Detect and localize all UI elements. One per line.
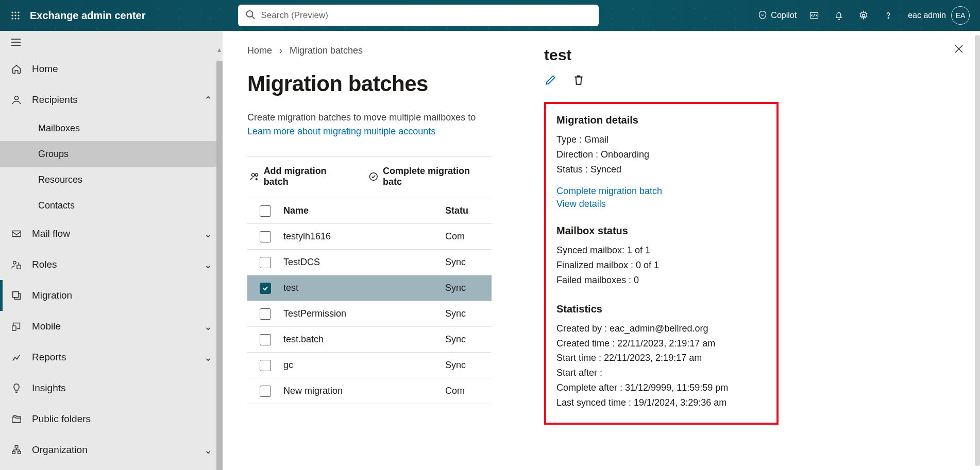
- notifications-icon[interactable]: [827, 4, 850, 27]
- sidebar-item-mail-flow[interactable]: Mail flow⌄: [0, 218, 223, 249]
- learn-more-link[interactable]: Learn more about migrating multiple acco…: [247, 126, 435, 136]
- home-icon: [10, 63, 23, 75]
- user-menu[interactable]: eac admin EA: [902, 6, 974, 25]
- sidebar-item-public-folders[interactable]: Public folders: [0, 404, 223, 434]
- sidebar-subitem-mailboxes[interactable]: Mailboxes: [0, 115, 223, 141]
- svg-point-26: [251, 173, 255, 177]
- stat-last-synced: Last synced time : 19/1/2024, 3:29:36 am: [556, 395, 766, 410]
- main: Home › Migration batches Migration batch…: [223, 31, 516, 470]
- search-wrap: [238, 5, 599, 26]
- sidebar-toggle[interactable]: [0, 31, 223, 54]
- row-status: Com: [445, 386, 492, 396]
- migration-status: Status : Synced: [556, 162, 766, 177]
- sidebar-item-recipients[interactable]: Recipients⌃: [0, 84, 223, 115]
- app-launcher-icon[interactable]: [6, 6, 25, 25]
- row-checkbox[interactable]: [260, 386, 271, 397]
- settings-icon[interactable]: [852, 4, 875, 27]
- sidebar-item-organization[interactable]: Organization⌄: [0, 434, 223, 465]
- help-icon[interactable]: [877, 4, 900, 27]
- row-checkbox[interactable]: [260, 231, 271, 242]
- sidebar-item-mobile[interactable]: Mobile⌄: [0, 311, 223, 342]
- add-button-label: Add migration batch: [264, 166, 352, 187]
- select-all-checkbox[interactable]: [260, 205, 271, 217]
- sidebar: ▴ HomeRecipients⌃MailboxesGroupsResource…: [0, 31, 223, 470]
- sidebar-item-migration[interactable]: Migration: [0, 280, 223, 311]
- breadcrumb: Home › Migration batches: [247, 45, 492, 56]
- chevron-down-icon: ⌄: [204, 321, 212, 333]
- row-status: Sync: [445, 360, 492, 371]
- migration-table: Name Statu testylh1616ComTestDCSSynctest…: [247, 198, 492, 404]
- sidebar-item-label: Mobile: [32, 321, 61, 332]
- statistics-heading: Statistics: [556, 303, 766, 315]
- content-scrollbar[interactable]: [975, 35, 980, 466]
- row-name: test: [283, 283, 445, 293]
- search-icon: [245, 10, 256, 22]
- sidebar-item-insights[interactable]: Insights: [0, 373, 223, 404]
- row-checkbox-cell: [247, 334, 283, 345]
- row-checkbox[interactable]: [260, 360, 271, 371]
- scroll-up-icon[interactable]: ▴: [217, 45, 222, 49]
- search-input[interactable]: [238, 5, 599, 26]
- sidebar-item-label: Mail flow: [32, 228, 70, 239]
- sidebar-subitem-contacts[interactable]: Contacts: [0, 193, 223, 218]
- view-details-link[interactable]: View details: [556, 199, 766, 210]
- sidebar-item-label: Insights: [32, 382, 65, 394]
- details-panel: test Migration details Type : Gmail Dire…: [516, 31, 980, 470]
- close-panel-button[interactable]: [953, 43, 965, 56]
- copilot-label: Copilot: [771, 11, 797, 20]
- sidebar-subitem-groups[interactable]: Groups: [0, 141, 223, 167]
- table-row[interactable]: testylh1616Com: [247, 224, 492, 250]
- table-row[interactable]: New migrationCom: [247, 378, 492, 404]
- svg-point-9: [247, 11, 253, 17]
- migrate-icon: [10, 290, 23, 301]
- svg-point-28: [370, 173, 378, 181]
- svg-point-3: [11, 14, 13, 16]
- svg-line-10: [252, 16, 255, 19]
- sidebar-item-reports[interactable]: Reports⌄: [0, 342, 223, 373]
- sidebar-item-home[interactable]: Home: [0, 54, 223, 84]
- page-subtitle: Create migration batches to move multipl…: [247, 111, 492, 138]
- chevron-down-icon: ⌄: [204, 228, 212, 240]
- svg-rect-18: [12, 231, 21, 237]
- row-name: New migration: [283, 386, 445, 396]
- delete-icon[interactable]: [572, 73, 585, 86]
- folders-icon: [10, 413, 23, 425]
- table-row[interactable]: gcSync: [247, 353, 492, 378]
- row-checkbox[interactable]: [260, 308, 271, 320]
- panel-actions: [544, 73, 959, 86]
- breadcrumb-home[interactable]: Home: [247, 45, 272, 56]
- row-checkbox[interactable]: [260, 257, 271, 268]
- migration-direction: Direction : Onboarding: [556, 147, 766, 162]
- devtools-icon[interactable]: [803, 4, 825, 27]
- sidebar-scrollbar[interactable]: [216, 61, 223, 470]
- chevron-down-icon: ⌄: [204, 259, 212, 271]
- sidebar-item-roles[interactable]: Roles⌄: [0, 249, 223, 280]
- content-area: Home › Migration batches Migration batch…: [223, 31, 980, 470]
- chevron-down-icon: ⌄: [204, 352, 212, 363]
- complete-migration-batch-button[interactable]: Complete migration batc: [366, 163, 492, 190]
- mailbox-status-heading: Mailbox status: [556, 225, 766, 237]
- column-status[interactable]: Statu: [445, 205, 492, 216]
- table-row[interactable]: testSync: [247, 275, 492, 301]
- column-name[interactable]: Name: [283, 205, 445, 216]
- row-status: Sync: [445, 334, 492, 345]
- table-row[interactable]: TestDCSSync: [247, 250, 492, 275]
- table-row[interactable]: TestPermissionSync: [247, 301, 492, 327]
- sidebar-item-label: Reports: [32, 352, 66, 363]
- svg-rect-25: [18, 451, 21, 454]
- copilot-button[interactable]: Copilot: [753, 10, 801, 21]
- edit-icon[interactable]: [544, 73, 557, 86]
- svg-rect-20: [17, 265, 21, 269]
- stat-start-time: Start time : 22/11/2023, 2:19:17 am: [556, 351, 766, 365]
- top-actions: Copilot eac admin EA: [753, 4, 974, 27]
- row-status: Sync: [445, 257, 492, 268]
- breadcrumb-current: Migration batches: [290, 45, 363, 56]
- sidebar-subitem-resources[interactable]: Resources: [0, 167, 223, 193]
- add-migration-batch-button[interactable]: Add migration batch: [247, 163, 354, 190]
- mobile-icon: [10, 321, 23, 332]
- complete-batch-link[interactable]: Complete migration batch: [556, 186, 766, 197]
- page-title: Migration batches: [247, 72, 492, 96]
- row-checkbox[interactable]: [260, 334, 271, 345]
- table-row[interactable]: test.batchSync: [247, 327, 492, 353]
- row-checkbox[interactable]: [260, 283, 271, 294]
